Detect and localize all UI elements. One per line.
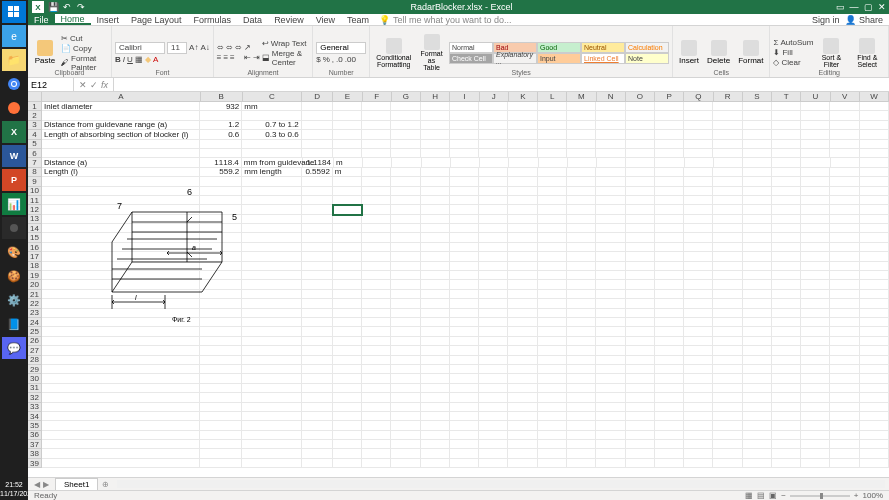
- cell-I37[interactable]: [450, 440, 479, 449]
- cell-F18[interactable]: [362, 262, 391, 271]
- cell-J12[interactable]: [479, 205, 508, 214]
- cell-M36[interactable]: [567, 431, 596, 440]
- cell-T31[interactable]: [772, 384, 801, 393]
- cell-O34[interactable]: [626, 412, 655, 421]
- cell-T22[interactable]: [772, 299, 801, 308]
- cell-W10[interactable]: [860, 187, 889, 196]
- cell-S27[interactable]: [743, 346, 772, 355]
- cell-G12[interactable]: [391, 205, 420, 214]
- cell-L19[interactable]: [538, 271, 567, 280]
- cell-G25[interactable]: [391, 327, 420, 336]
- cell-U39[interactable]: [801, 459, 830, 468]
- tab-review[interactable]: Review: [268, 14, 310, 25]
- cell-F32[interactable]: [362, 393, 391, 402]
- cell-T32[interactable]: [772, 393, 801, 402]
- cell-T17[interactable]: [772, 252, 801, 261]
- cell-H10[interactable]: [421, 187, 450, 196]
- cell-G27[interactable]: [391, 346, 420, 355]
- cell-I21[interactable]: [450, 290, 479, 299]
- cell-G38[interactable]: [391, 449, 420, 458]
- cell-J19[interactable]: [479, 271, 508, 280]
- cell-D29[interactable]: [302, 365, 333, 374]
- cell-B12[interactable]: [200, 205, 242, 214]
- cell-Q32[interactable]: [684, 393, 713, 402]
- cell-A16[interactable]: [42, 243, 200, 252]
- taskbar-clock[interactable]: 21:52 11/17/2021: [0, 478, 28, 500]
- cell-N17[interactable]: [596, 252, 625, 261]
- cell-E17[interactable]: [333, 252, 362, 261]
- cell-J14[interactable]: [479, 224, 508, 233]
- cell-I30[interactable]: [450, 374, 479, 383]
- cell-H27[interactable]: [421, 346, 450, 355]
- cell-A1[interactable]: Inlet diameter: [42, 102, 200, 111]
- cell-U33[interactable]: [801, 403, 830, 412]
- cell-G10[interactable]: [391, 187, 420, 196]
- percent-icon[interactable]: %: [323, 55, 330, 64]
- cell-I38[interactable]: [450, 449, 479, 458]
- cell-D1[interactable]: [302, 102, 333, 111]
- col-header-R[interactable]: R: [714, 92, 743, 102]
- cell-R27[interactable]: [713, 346, 742, 355]
- cut-button[interactable]: ✂Cut: [61, 34, 108, 43]
- cell-D25[interactable]: [302, 327, 333, 336]
- cell-H17[interactable]: [421, 252, 450, 261]
- cell-V27[interactable]: [830, 346, 859, 355]
- cell-A4[interactable]: Length of absorbing section of blocker (…: [42, 130, 200, 139]
- cell-C33[interactable]: [242, 403, 301, 412]
- cell-U29[interactable]: [801, 365, 830, 374]
- row-header-24[interactable]: 24: [28, 318, 42, 327]
- cell-V19[interactable]: [830, 271, 859, 280]
- cell-W36[interactable]: [860, 431, 889, 440]
- italic-button[interactable]: I: [123, 55, 125, 64]
- cell-G1[interactable]: [391, 102, 420, 111]
- cell-D32[interactable]: [302, 393, 333, 402]
- taskbar-word[interactable]: W: [2, 145, 26, 167]
- cell-M33[interactable]: [567, 403, 596, 412]
- cell-G37[interactable]: [391, 440, 420, 449]
- fill-color-button[interactable]: ◆: [145, 55, 151, 64]
- cell-A34[interactable]: [42, 412, 200, 421]
- cell-A3[interactable]: Distance from guidevane range (a): [42, 121, 200, 130]
- font-color-button[interactable]: A: [153, 55, 158, 64]
- cell-R33[interactable]: [713, 403, 742, 412]
- cell-A37[interactable]: [42, 440, 200, 449]
- cell-G35[interactable]: [391, 421, 420, 430]
- cell-H22[interactable]: [421, 299, 450, 308]
- cell-P14[interactable]: [655, 224, 684, 233]
- cell-D7[interactable]: 1.1184: [303, 158, 334, 167]
- cell-S34[interactable]: [743, 412, 772, 421]
- cell-O28[interactable]: [626, 356, 655, 365]
- cell-E21[interactable]: [333, 290, 362, 299]
- cell-L39[interactable]: [538, 459, 567, 468]
- cell-H19[interactable]: [421, 271, 450, 280]
- cell-O4[interactable]: [626, 130, 655, 139]
- taskbar-app5[interactable]: ⚙️: [2, 289, 26, 311]
- cell-O26[interactable]: [626, 337, 655, 346]
- cell-L26[interactable]: [538, 337, 567, 346]
- cell-W28[interactable]: [860, 356, 889, 365]
- cell-R20[interactable]: [713, 280, 742, 289]
- cell-C13[interactable]: [242, 215, 301, 224]
- formula-input[interactable]: [114, 78, 889, 91]
- cell-N23[interactable]: [596, 309, 625, 318]
- cell-U16[interactable]: [801, 243, 830, 252]
- cell-P25[interactable]: [655, 327, 684, 336]
- cell-S33[interactable]: [743, 403, 772, 412]
- cell-F24[interactable]: [362, 318, 391, 327]
- cell-T37[interactable]: [772, 440, 801, 449]
- cell-V13[interactable]: [830, 215, 859, 224]
- cell-D4[interactable]: [302, 130, 333, 139]
- cell-L24[interactable]: [538, 318, 567, 327]
- cell-M22[interactable]: [567, 299, 596, 308]
- cell-A15[interactable]: [42, 233, 200, 242]
- col-header-W[interactable]: W: [860, 92, 889, 102]
- cell-R21[interactable]: [713, 290, 742, 299]
- cell-G11[interactable]: [391, 196, 420, 205]
- cell-J36[interactable]: [479, 431, 508, 440]
- cell-G16[interactable]: [391, 243, 420, 252]
- cell-S18[interactable]: [743, 262, 772, 271]
- cell-H9[interactable]: [421, 177, 450, 186]
- zoom-level[interactable]: 100%: [863, 491, 883, 500]
- cell-U31[interactable]: [801, 384, 830, 393]
- cell-F27[interactable]: [362, 346, 391, 355]
